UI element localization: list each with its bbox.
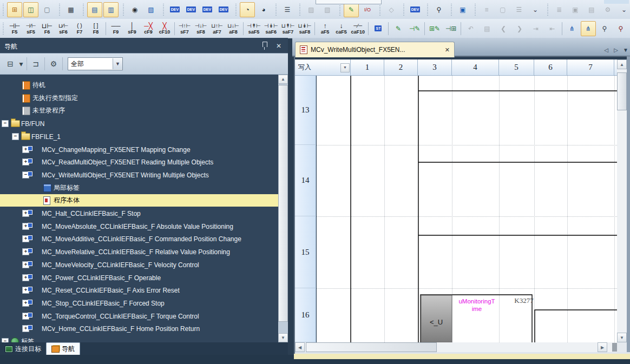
collapse-icon[interactable]: −	[2, 338, 9, 342]
tree-item-fbfile-1[interactable]: −FBFILE_1	[0, 130, 278, 143]
tree-item-fb-fun[interactable]: −FB/FUN	[0, 117, 278, 130]
falling-pulse-operation-button[interactable]: ↓caF5	[333, 21, 349, 36]
falling-pulse-close-button[interactable]: ⊣↡⊢saF6	[263, 21, 279, 36]
horizontal-scrollbar-thumb[interactable]	[306, 342, 437, 352]
wire-branch-icon[interactable]: ⋔	[565, 21, 580, 36]
module-configuration-icon[interactable]: ▦	[63, 2, 78, 17]
chevron-down-icon[interactable]: ▼	[113, 58, 122, 69]
document-close-icon[interactable]: ✕	[445, 47, 450, 54]
tree-item-mcv-writemultiobject[interactable]: −MCv_WriteMultiObject_FX5ENET Writing Mu…	[0, 169, 278, 181]
device-batch-icon[interactable]: DEV	[408, 2, 423, 17]
collapse-icon[interactable]: −	[12, 133, 19, 140]
edit-line-button[interactable]: ⊣⊞	[443, 21, 458, 36]
watch-register-icon[interactable]: ◕	[256, 2, 271, 17]
operand-label-line2[interactable]: ime	[472, 306, 482, 312]
device-monitor-icon[interactable]: DEV	[216, 2, 231, 17]
tab-navigation[interactable]: 导航	[46, 342, 80, 355]
tree-item-label[interactable]: −标签	[0, 335, 278, 342]
collapse-icon[interactable]: −	[2, 120, 9, 127]
tree-item-standby[interactable]: 待机	[0, 79, 278, 91]
tab-connection-destination[interactable]: 连接目标	[0, 343, 46, 355]
vertical-scrollbar-thumb[interactable]	[617, 72, 627, 110]
tree-filter-dropdown[interactable]: 全部 ▼	[68, 57, 123, 70]
tree-expand-icon[interactable]: ⊐	[29, 57, 42, 70]
connection-test-icon[interactable]: ◫	[23, 2, 38, 17]
tree-collapse-dropdown-icon[interactable]: ▾	[18, 57, 24, 70]
horizontal-line-button[interactable]: ──F9	[108, 21, 123, 36]
module-list-icon[interactable]: ▣	[568, 2, 583, 17]
tree-scroll-up-icon[interactable]: ▲	[278, 75, 288, 84]
statement-edit-icon[interactable]: ▤	[480, 21, 495, 36]
closed-contact-button[interactable]: ⊣∕⊢sF5	[23, 21, 38, 36]
pin-icon[interactable]	[260, 41, 270, 51]
tree-item-no-exec-type[interactable]: 无执行类型指定	[0, 92, 278, 104]
user-setting-icon[interactable]: ⚙	[600, 2, 615, 17]
disabled-verify-icon[interactable]: ◇	[384, 2, 399, 17]
rung-number-14[interactable]: 14	[295, 145, 316, 216]
tree-item-mc-moveabsolute[interactable]: +MC_MoveAbsolute_CCLinkIEFBasic_F Absolu…	[0, 220, 278, 233]
tree-item-unregistered-program[interactable]: 未登录程序	[0, 104, 278, 117]
operand-label-line1[interactable]: uMonitoringT	[458, 298, 495, 305]
statement-box-icon[interactable]: ▢	[495, 2, 510, 17]
tree-item-mc-stop[interactable]: +MC_Stop_CCLinkIEFBasic_F Forced Stop	[0, 297, 278, 309]
tree-scrollbar[interactable]: ▲ ▼	[278, 75, 288, 342]
device-comment-icon[interactable]: DEV	[167, 2, 182, 17]
tab-scroll-left-icon[interactable]: ◁	[602, 45, 611, 54]
device-memory-icon[interactable]: DEV	[183, 2, 199, 17]
tree-item-mc-moveadditive[interactable]: +MC_MoveAdditive_CCLinkIEFBasic_F Comman…	[0, 233, 278, 245]
window-zoom-icon[interactable]: ▣	[455, 2, 470, 17]
open-contact-button[interactable]: ⊣⊢F5	[7, 21, 22, 36]
inline-st-button[interactable]: ST	[371, 21, 386, 36]
tree-item-mcv-home[interactable]: +MCv_Home_CCLinkIEFBasic_F Home Position…	[0, 322, 278, 335]
statement-insert-icon[interactable]: ≡	[479, 2, 494, 17]
tree-collapse-icon[interactable]: ⊟	[4, 57, 17, 70]
comparison-operator[interactable]: <_U	[430, 318, 443, 326]
navigation-window-icon[interactable]: ⊞	[7, 2, 22, 17]
rising-pulse-close-branch-button[interactable]: ⊔↟⊢saF7	[280, 21, 296, 36]
scroll-up-icon[interactable]: ▲	[617, 59, 627, 69]
wire-branch-edit-icon[interactable]: ⋔	[581, 21, 596, 36]
tree-item-mc-movevelocity[interactable]: +MC_MoveVelocity_CCLinkIEFBasic_F Veloci…	[0, 259, 278, 271]
rung-number-15[interactable]: 15	[295, 216, 316, 288]
statement-list-icon[interactable]: ☰	[511, 2, 527, 17]
operand-constant-value[interactable]: K3277	[514, 296, 534, 305]
close-icon[interactable]: ✕	[274, 41, 284, 51]
delete-vertical-line-button[interactable]: ╳cF10	[157, 21, 172, 36]
coil-button[interactable]: ( )F7	[72, 21, 87, 36]
rising-pulse-button[interactable]: ⊣↑⊢sF7	[177, 21, 192, 36]
find-binoculars-icon[interactable]: ◉	[127, 2, 142, 17]
vertical-line-button[interactable]: │sF9	[124, 21, 140, 36]
pane-splitter-grip[interactable]	[612, 343, 617, 352]
scroll-down-icon[interactable]: ▼	[617, 333, 627, 342]
tab-scroll-right-icon[interactable]: ▷	[612, 45, 620, 54]
find-next-icon[interactable]: ❯	[512, 21, 527, 36]
tree-scrollbar-thumb[interactable]	[278, 85, 288, 322]
editor-vertical-scrollbar[interactable]: ▲ ▼	[617, 59, 627, 342]
watch-start-icon[interactable]: ◔	[240, 2, 255, 17]
tree-item-mc-power[interactable]: +MC_Power_CCLinkIEFBasic_F Operable	[0, 272, 278, 284]
rising-pulse-branch-button[interactable]: ⊔↑⊢aF7	[209, 21, 225, 36]
ladder-edit-search-icon[interactable]: ⚲	[613, 21, 628, 36]
toolbar-overflow2-icon[interactable]: ⌄	[616, 2, 630, 17]
cross-reference-icon[interactable]: ▧	[143, 2, 159, 17]
open-branch-button[interactable]: ⊔⊢F6	[40, 21, 55, 36]
tree-item-mcv-changemapping[interactable]: +MCv_ChangeMapping_FX5ENET Mapping Chang…	[0, 143, 278, 156]
delete-horizontal-line-button[interactable]: ─╳cF9	[141, 21, 156, 36]
tab-list-dropdown-icon[interactable]: ▼	[621, 45, 630, 54]
application-instruction-button[interactable]: [ ]F8	[88, 21, 103, 36]
tree-item-mc-halt[interactable]: +MC_Halt_CCLinkIEFBasic_F Stop	[0, 207, 278, 220]
rising-pulse-close-button[interactable]: ⊣↟⊢saF5	[246, 21, 262, 36]
grid-display-icon[interactable]: ▤	[584, 2, 599, 17]
tree-scroll-down-icon[interactable]: ▼	[278, 333, 288, 342]
closed-branch-button[interactable]: ⊔∕⊢sF6	[56, 21, 71, 36]
edit-device-button[interactable]: ✎	[391, 21, 406, 36]
find-previous-icon[interactable]: ❮	[496, 21, 511, 36]
grid-mode-dropdown-icon[interactable]: ▼	[340, 63, 350, 72]
toolbar-overflow-icon[interactable]: ⌄	[528, 2, 543, 17]
hmi-monitor-icon[interactable]: ▢	[40, 2, 55, 17]
user-search-icon[interactable]: ⚲	[431, 2, 447, 17]
edit-contact-coil-button[interactable]: ⊣✎	[407, 21, 422, 36]
rung-number-13[interactable]: 13	[295, 76, 316, 145]
document-tab-active[interactable]: MCv_WriteMultiObject_FX5EN... ✕	[295, 42, 455, 57]
work-window-icon[interactable]: ▤	[87, 2, 102, 17]
